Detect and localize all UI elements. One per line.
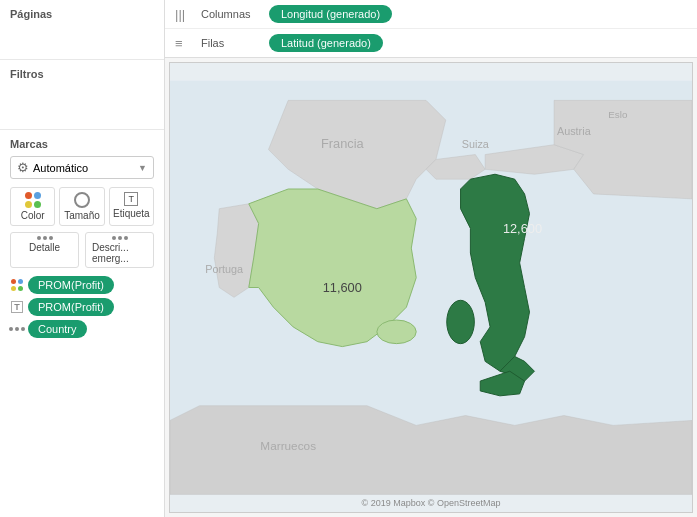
- detail-button[interactable]: Detalle: [10, 232, 79, 268]
- marks-buttons-grid: Color Tamaño T Etiqueta: [10, 187, 154, 226]
- detail-label: Detalle: [29, 242, 60, 253]
- label-button[interactable]: T Etiqueta: [109, 187, 154, 226]
- prom-profit-pill-2[interactable]: PROM(Profit): [28, 298, 114, 316]
- label-text: Etiqueta: [113, 208, 150, 219]
- prom-profit-t-icon: T: [10, 300, 24, 314]
- sidebar: Páginas Filtros Marcas ⚙ Automático ▼ Co…: [0, 0, 165, 517]
- filters-label: Filtros: [10, 68, 154, 80]
- prom-profit-dots-icon: [10, 278, 24, 292]
- columns-icon: |||: [175, 7, 193, 22]
- map-credit: © 2019 Mapbox © OpenStreetMap: [362, 498, 501, 508]
- label-icon: T: [124, 192, 138, 206]
- rows-shelf: ≡ Filas Latitud (generado): [165, 29, 697, 57]
- size-button[interactable]: Tamaño: [59, 187, 104, 226]
- columns-shelf: ||| Columnas Longitud (generado): [165, 0, 697, 29]
- italy-value: 12,600: [503, 221, 542, 236]
- color-label: Color: [21, 210, 45, 221]
- pages-label: Páginas: [10, 8, 154, 20]
- svg-point-1: [377, 320, 416, 344]
- map-svg: Francia Suiza Austria Portuga Marruecos …: [170, 63, 692, 512]
- detail-icon: [37, 236, 53, 240]
- map-label-eslo: Eslo: [608, 109, 628, 120]
- map-container: Francia Suiza Austria Portuga Marruecos …: [169, 62, 693, 513]
- map-label-swiss: Suiza: [462, 138, 490, 150]
- size-label: Tamaño: [64, 210, 100, 221]
- tooltip-button[interactable]: Descri... emerg...: [85, 232, 154, 268]
- marks-section: Marcas ⚙ Automático ▼ Color Tamaño: [0, 130, 164, 517]
- marks-type-dropdown[interactable]: ⚙ Automático ▼: [10, 156, 154, 179]
- columns-pill[interactable]: Longitud (generado): [269, 5, 392, 23]
- map-label-portugal: Portuga: [205, 263, 244, 275]
- rows-label: Filas: [201, 37, 261, 49]
- country-pill[interactable]: Country: [28, 320, 87, 338]
- map-label-morocco: Marruecos: [260, 439, 316, 453]
- rows-pill[interactable]: Latitud (generado): [269, 34, 383, 52]
- map-label-france: Francia: [321, 136, 365, 151]
- auto-icon: ⚙: [17, 160, 29, 175]
- map-label-austria: Austria: [557, 125, 592, 137]
- pill-row-1: PROM(Profit): [10, 276, 154, 294]
- marks-type-label: Automático: [33, 162, 88, 174]
- color-icon: [25, 192, 41, 208]
- prom-profit-pill-1[interactable]: PROM(Profit): [28, 276, 114, 294]
- marks-buttons-row2: Detalle Descri... emerg...: [10, 232, 154, 268]
- tooltip-label: Descri... emerg...: [92, 242, 147, 264]
- shelf-area: ||| Columnas Longitud (generado) ≡ Filas…: [165, 0, 697, 58]
- columns-label: Columnas: [201, 8, 261, 20]
- size-icon: [74, 192, 90, 208]
- country-dots-icon: [10, 322, 24, 336]
- pages-section: Páginas: [0, 0, 164, 60]
- pill-row-3: Country: [10, 320, 154, 338]
- marks-label: Marcas: [10, 138, 154, 150]
- color-button[interactable]: Color: [10, 187, 55, 226]
- main-content: ||| Columnas Longitud (generado) ≡ Filas…: [165, 0, 697, 517]
- rows-icon: ≡: [175, 36, 193, 51]
- spain-value: 11,600: [323, 280, 362, 295]
- chevron-down-icon: ▼: [138, 163, 147, 173]
- tooltip-icon: [112, 236, 128, 240]
- svg-point-2: [447, 300, 475, 343]
- pill-row-2: T PROM(Profit): [10, 298, 154, 316]
- filters-section: Filtros: [0, 60, 164, 130]
